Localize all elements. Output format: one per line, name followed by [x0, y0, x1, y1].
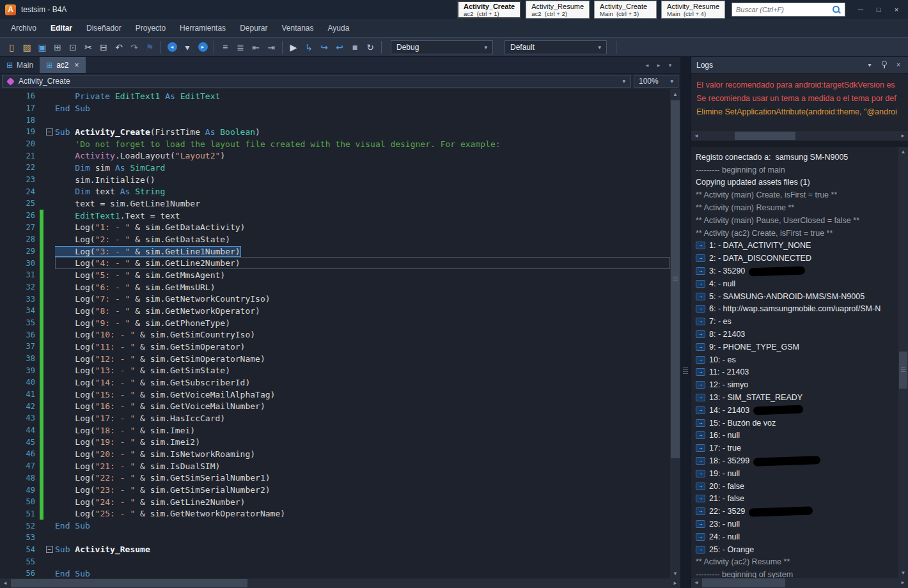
log-entry[interactable]: →1: - DATA_ACTIVITY_NONE [696, 240, 898, 252]
code-line-40[interactable]: 40 Log("14: - " & sim.GetSubscriberId) [0, 376, 670, 389]
warnings-horizontal-scrollbar[interactable]: ◄ ► [691, 131, 908, 141]
code-line-29[interactable]: 29 Log("3: - " & sim.GetLine1Number) [0, 245, 670, 258]
code-line-37[interactable]: 37 Log("11: - " & sim.GetSimOperator) [0, 341, 670, 353]
code-line-16[interactable]: 16 Private EditText1 As EditText [0, 90, 670, 102]
panel-splitter[interactable] [680, 57, 691, 588]
editor-horizontal-scrollbar[interactable]: ◄ ► [0, 578, 680, 588]
scroll-up-icon[interactable]: ▲ [898, 147, 908, 157]
log-entry[interactable]: →19: - null [696, 467, 898, 480]
search-box[interactable] [732, 3, 845, 17]
step-over-icon[interactable]: ↪ [317, 40, 332, 55]
code-line-25[interactable]: 25 text = sim.GetLine1Number [0, 197, 670, 210]
copy-icon[interactable]: ⊟ [96, 40, 111, 55]
menu-editar[interactable]: Editar [43, 19, 79, 37]
code-line-55[interactable]: 55 [0, 555, 670, 568]
log-entry[interactable]: →23: - null [696, 518, 898, 530]
scroll-right-icon[interactable]: ► [898, 578, 908, 587]
scrollbar-thumb[interactable] [702, 578, 785, 587]
log-entry[interactable]: →14: - 21403 [696, 404, 898, 417]
log-entry[interactable]: →6: - http://wap.samsungmobile.com/uapro… [696, 303, 898, 316]
minimize-button[interactable]: ─ [852, 3, 870, 16]
build-config-select[interactable]: Debug ▾ [391, 40, 493, 54]
fold-collapse-icon[interactable]: − [46, 128, 53, 135]
scroll-right-icon[interactable]: ► [898, 131, 908, 141]
code-line-22[interactable]: 22 Dim sim As SimCard [0, 162, 670, 174]
editor-vertical-scrollbar[interactable]: ▲ ▼ [670, 89, 680, 578]
close-button[interactable]: × [888, 3, 905, 16]
tab-scroll-left-icon[interactable]: ◂ [642, 60, 652, 70]
log-entry[interactable]: --------- beginning of system [696, 568, 898, 578]
code-line-43[interactable]: 43 Log("17: - " & sim.HasIccCard) [0, 412, 670, 424]
code-line-19[interactable]: 19−Sub Activity_Create(FirstTime As Bool… [0, 126, 670, 138]
indent-icon[interactable]: ⇥ [263, 40, 279, 55]
code-line-50[interactable]: 50 Log("24: - " & sim.GetLine2Number) [0, 496, 670, 508]
log-entry[interactable]: →7: - es [696, 315, 898, 328]
log-entry[interactable]: →15: - Buzón de voz [696, 417, 898, 429]
code-line-34[interactable]: 34 Log("8: - " & sim.GetNetworkOperator) [0, 305, 670, 317]
code-line-44[interactable]: 44 Log("18: - " & sim.Imei) [0, 424, 670, 437]
code-line-41[interactable]: 41 Log("15: - " & sim.GetVoiceMailAlphaT… [0, 389, 670, 401]
log-entry[interactable]: →25: - Orange [696, 543, 898, 556]
code-line-30[interactable]: 30 Log("4: - " & sim.GetLine2Number) [0, 257, 670, 269]
menu-diseñador[interactable]: Diseñador [79, 19, 129, 37]
quick-tab[interactable]: Activity_Resumeac2 (ctrl + 2) [526, 1, 590, 19]
code-line-48[interactable]: 48 Log("22: - " & sim.GetSimSerialNumber… [0, 472, 670, 484]
menu-depurar[interactable]: Depurar [233, 19, 274, 37]
step-out-icon[interactable]: ↩ [332, 40, 347, 55]
log-entry[interactable]: --------- beginning of main [696, 164, 898, 176]
scrollbar-thumb[interactable] [671, 100, 680, 458]
log-entry[interactable]: →24: - null [696, 530, 898, 543]
code-line-26[interactable]: 26 EditText1.Text = text [0, 210, 670, 222]
log-entry[interactable]: →13: - SIM_STATE_READY [696, 391, 898, 404]
cut-icon[interactable]: ✂ [81, 40, 96, 55]
code-line-31[interactable]: 31 Log("5: - " & sim.GetMmsAgent) [0, 269, 670, 281]
code-line-47[interactable]: 47 Log("21: - " & sim.IsDualSIM) [0, 460, 670, 472]
fold-collapse-icon[interactable]: − [46, 546, 53, 553]
menu-archivo[interactable]: Archivo [4, 19, 43, 37]
menu-proyecto[interactable]: Proyecto [129, 19, 173, 37]
new-file-icon[interactable]: ▯ [4, 40, 19, 55]
log-entry[interactable]: →2: - DATA_DISCONNECTED [696, 252, 898, 265]
save-icon[interactable]: ▣ [35, 40, 50, 55]
undo-icon[interactable]: ↶ [111, 40, 127, 55]
log-entry[interactable]: Registo conectado a: samsung SM-N9005 [696, 151, 898, 164]
code-line-54[interactable]: 54−Sub Activity_Resume [0, 544, 670, 556]
scroll-up-icon[interactable]: ▲ [670, 89, 680, 99]
code-line-51[interactable]: 51 Log("25: - " & sim.GetNetworkOperator… [0, 508, 670, 520]
log-entry[interactable]: →4: - null [696, 277, 898, 290]
code-line-28[interactable]: 28 Log("2: - " & sim.GetDataState) [0, 233, 670, 245]
doc-tab-main[interactable]: ⊞Main [0, 57, 40, 73]
scrollbar-thumb[interactable] [899, 352, 907, 389]
code-line-24[interactable]: 24 Dim text As String [0, 185, 670, 197]
menu-herramientas[interactable]: Herramientas [173, 19, 233, 37]
log-entry[interactable]: →12: - simyo [696, 378, 898, 391]
navigate-back-dropdown-icon[interactable]: ▾ [180, 40, 195, 55]
code-line-33[interactable]: 33 Log("7: - " & sim.GetNetworkCountryIs… [0, 293, 670, 305]
navigate-forward-icon[interactable]: ► [195, 40, 210, 55]
navigate-back-icon[interactable]: ◄ [164, 40, 180, 55]
panel-menu-icon[interactable]: ▾ [865, 61, 874, 70]
logs-horizontal-scrollbar[interactable]: ◄ ► [691, 578, 908, 588]
log-entry[interactable]: →17: - true [696, 442, 898, 454]
code-line-17[interactable]: 17End Sub [0, 102, 670, 114]
modules-icon[interactable]: ⊞ [50, 40, 65, 55]
outdent-icon[interactable]: ⇤ [248, 40, 263, 55]
code-line-35[interactable]: 35 Log("9: - " & sim.GetPhoneType) [0, 317, 670, 329]
code-line-32[interactable]: 32 Log("6: - " & sim.GetMmsURL) [0, 281, 670, 293]
designer-icon[interactable]: ⊡ [65, 40, 81, 55]
search-icon[interactable] [833, 6, 841, 14]
code-line-46[interactable]: 46 Log("20: - " & sim.IsNetworkRoaming) [0, 448, 670, 460]
code-line-53[interactable]: 53 [0, 532, 670, 544]
log-entry[interactable]: →16: - null [696, 429, 898, 442]
code-line-20[interactable]: 20 'Do not forget to load the layout fil… [0, 138, 670, 150]
scroll-left-icon[interactable]: ◄ [691, 578, 701, 587]
log-entry[interactable]: →8: - 21403 [696, 328, 898, 341]
profile-select[interactable]: Default ▾ [505, 40, 607, 54]
log-entry[interactable]: →3: - 35290 [696, 265, 898, 277]
redo-icon[interactable]: ↷ [127, 40, 142, 55]
scroll-left-icon[interactable]: ◄ [691, 131, 701, 141]
menu-ventanas[interactable]: Ventanas [274, 19, 320, 37]
scroll-right-icon[interactable]: ► [670, 578, 680, 588]
code-line-56[interactable]: 56End Sub [0, 568, 670, 578]
log-entry[interactable]: ** Activity (ac2) Resume ** [696, 556, 898, 569]
